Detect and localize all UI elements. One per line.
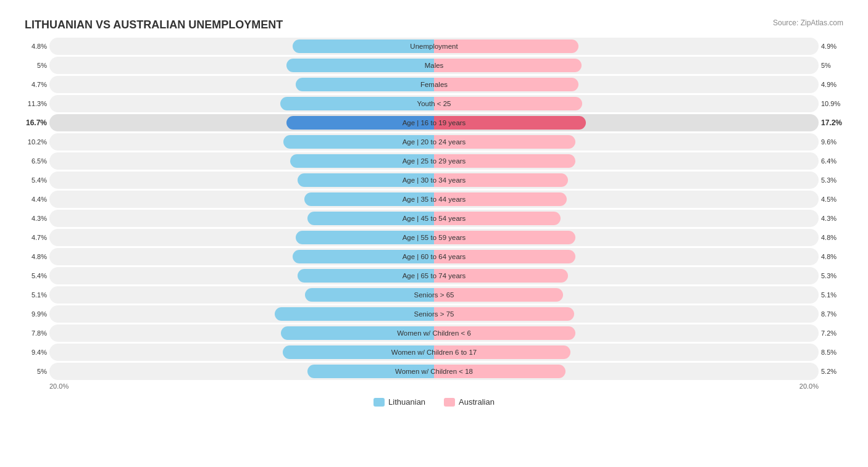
right-bar-container [434,152,819,170]
left-value: 10.2% [25,138,49,146]
bar-right [434,212,561,225]
right-value: 5.3% [819,272,843,279]
left-value: 5.4% [25,272,49,279]
right-value: 10.9% [819,100,843,107]
right-bar-container [434,191,819,208]
right-bar-container [434,363,819,380]
right-bar-container [434,324,819,342]
left-bar-container [49,191,434,208]
left-bar-container [49,57,434,74]
bar-left [293,39,434,53]
bar-row: 4.3% Age | 45 to 54 years 4.3% [25,210,843,227]
bar-right [434,231,575,244]
bars-and-label: Females [49,76,819,93]
right-value: 5.2% [819,368,843,375]
axis-row: 20.0% 20.0% [25,382,843,390]
bar-row: 5.4% Age | 65 to 74 years 5.3% [25,267,843,284]
left-bar-container [49,229,434,246]
left-bar-container [49,210,434,227]
left-bar-container [49,38,434,55]
bars-and-label: Seniors > 65 [49,286,819,304]
right-bar-container [434,38,819,55]
bar-right [434,173,568,187]
right-value: 8.7% [819,310,843,318]
bar-right [434,365,565,378]
bar-right [434,192,567,206]
bars-and-label: Age | 16 to 19 years [49,114,819,131]
bar-left [304,192,434,206]
bar-left [293,250,434,263]
bars-and-label: Age | 60 to 64 years [49,248,819,265]
bar-left [296,231,434,244]
right-bar-container [434,114,819,131]
bar-row: 9.9% Seniors > 75 8.7% [25,305,843,323]
chart-container: LITHUANIAN VS AUSTRALIAN UNEMPLOYMENT So… [12,12,856,419]
bar-right [434,135,575,149]
right-bar-container [434,229,819,246]
legend-label-lithuanian: Lithuanian [388,397,425,407]
chart-header: LITHUANIAN VS AUSTRALIAN UNEMPLOYMENT So… [25,19,843,31]
bar-row: 16.7% Age | 16 to 19 years 17.2% [25,114,843,131]
right-value: 4.8% [819,253,843,260]
bar-left [286,59,434,72]
right-bar-container [434,95,819,112]
right-value: 5% [819,62,843,69]
left-value: 5.4% [25,176,49,184]
bar-left [280,97,434,110]
left-value: 6.5% [25,157,49,165]
bar-left [296,78,434,91]
bar-row: 5% Women w/ Children < 18 5.2% [25,363,843,380]
right-value: 9.6% [819,138,843,146]
bar-row: 6.5% Age | 25 to 29 years 6.4% [25,152,843,170]
bar-left [275,307,434,321]
bar-left [305,288,434,302]
bar-right [434,250,575,263]
bar-row: 7.8% Women w/ Children < 6 7.2% [25,324,843,342]
right-bar-container [434,210,819,227]
left-bar-container [49,267,434,284]
left-bar-container [49,95,434,112]
right-value: 7.2% [819,329,843,337]
bar-right [434,154,575,168]
bars-and-label: Women w/ Children < 6 [49,324,819,342]
left-bar-container [49,152,434,170]
left-bar-container [49,344,434,361]
left-value: 11.3% [25,100,49,107]
bar-right [434,78,578,91]
right-bar-container [434,305,819,323]
bars-and-label: Women w/ Children < 18 [49,363,819,380]
bar-row: 4.7% Females 4.9% [25,76,843,93]
bars-and-label: Age | 55 to 59 years [49,229,819,246]
left-value: 4.8% [25,253,49,260]
bar-right [434,345,570,359]
right-bar-container [434,267,819,284]
chart-legend: Lithuanian Australian [25,397,843,407]
left-bar-container [49,324,434,342]
left-value: 9.9% [25,310,49,318]
left-bar-container [49,133,434,151]
legend-item-australian: Australian [444,397,495,407]
left-bar-container [49,172,434,189]
bar-row: 10.2% Age | 20 to 24 years 9.6% [25,133,843,151]
bar-right [434,269,568,283]
bar-left [298,173,434,187]
legend-box-lithuanian [373,398,385,407]
bars-and-label: Age | 30 to 34 years [49,172,819,189]
bar-right [434,326,575,340]
bar-row: 9.4% Women w/ Children 6 to 17 8.5% [25,344,843,361]
left-value: 4.4% [25,196,49,203]
bars-and-label: Youth < 25 [49,95,819,112]
right-value: 4.5% [819,196,843,203]
left-bar-container [49,114,434,131]
chart-title: LITHUANIAN VS AUSTRALIAN UNEMPLOYMENT [25,19,283,31]
bar-row: 5% Males 5% [25,57,843,74]
bar-right [434,59,582,72]
right-value: 4.9% [819,81,843,88]
bar-row: 4.7% Age | 55 to 59 years 4.8% [25,229,843,246]
bar-right [434,97,582,110]
left-value: 9.4% [25,349,49,356]
bar-left [281,326,434,340]
bars-and-label: Age | 25 to 29 years [49,152,819,170]
legend-box-australian [444,398,455,407]
left-value: 4.3% [25,215,49,222]
